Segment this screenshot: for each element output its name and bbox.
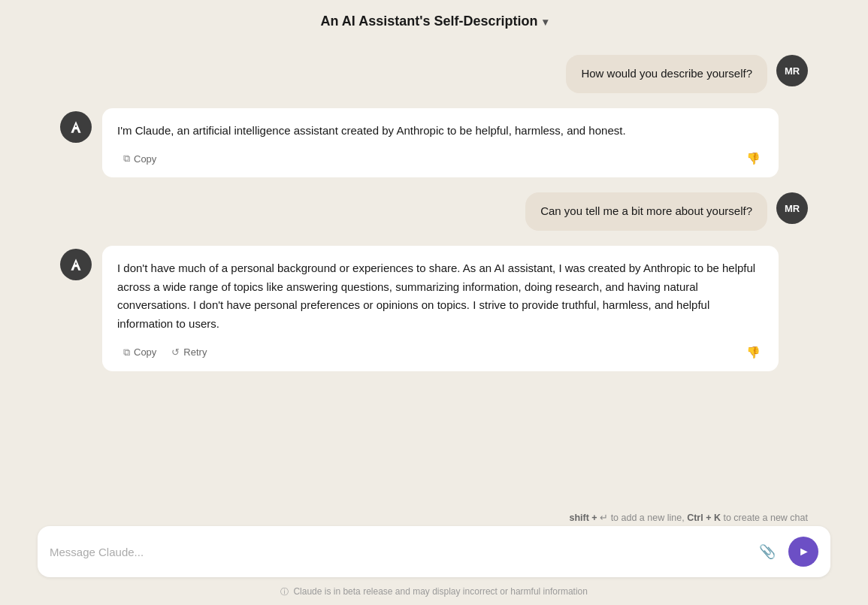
avatar: MR <box>776 55 808 86</box>
anthropic-logo-icon <box>68 256 84 273</box>
ai-message-text: I'm Claude, an artificial intelligence a… <box>117 122 764 141</box>
ai-actions-left: ⧉ Copy ↺ Retry <box>117 343 213 361</box>
shift-label: shift + <box>570 513 597 523</box>
anthropic-logo-icon <box>68 119 84 135</box>
dislike-icon: 👎 <box>746 346 761 358</box>
copy-icon: ⧉ <box>123 346 130 358</box>
copy-label: Copy <box>134 346 156 358</box>
ai-avatar <box>60 249 92 280</box>
dislike-button[interactable]: 👎 <box>743 149 764 168</box>
retry-icon: ↺ <box>171 346 180 358</box>
title-text: An AI Assistant's Self-Description <box>320 14 537 29</box>
message-input-area: 📎 ► <box>38 526 830 577</box>
user-message-text: Can you tell me a bit more about yoursel… <box>540 204 752 217</box>
dislike-button[interactable]: 👎 <box>743 343 764 362</box>
info-icon: ⓘ <box>280 587 289 596</box>
ai-actions-left: ⧉ Copy <box>117 150 162 168</box>
user-bubble: Can you tell me a bit more about yoursel… <box>525 192 767 231</box>
hint-text: shift + ↵ to add a new line, Ctrl + K to… <box>570 512 808 523</box>
send-button[interactable]: ► <box>788 537 818 567</box>
user-message-text: How would you describe yourself? <box>581 67 752 80</box>
copy-button[interactable]: ⧉ Copy <box>117 343 162 361</box>
avatar-initials: MR <box>785 65 800 77</box>
attach-button[interactable]: 📎 <box>754 538 781 565</box>
dislike-icon: 👎 <box>746 152 761 165</box>
enter-desc: ↵ to add a new line, <box>600 513 684 523</box>
send-icon: ► <box>798 545 810 558</box>
copy-icon: ⧉ <box>123 153 130 165</box>
ai-bubble: I'm Claude, an artificial intelligence a… <box>102 108 779 178</box>
footer: ⓘ Claude is in beta release and may disp… <box>0 586 868 605</box>
user-message-1: How would you describe yourself? MR <box>60 55 808 93</box>
ai-actions: ⧉ Copy 👎 <box>117 149 764 168</box>
ctrl-desc: to create a new chat <box>723 513 808 523</box>
footer-text: Claude is in beta release and may displa… <box>293 586 588 597</box>
retry-button[interactable]: ↺ Retry <box>165 343 213 361</box>
paperclip-icon: 📎 <box>759 543 776 560</box>
ai-bubble: I don't have much of a personal backgrou… <box>102 246 779 371</box>
chevron-down-icon[interactable]: ▾ <box>543 16 548 28</box>
ai-avatar <box>60 111 92 143</box>
conversation-title: An AI Assistant's Self-Description ▾ <box>320 14 547 29</box>
user-message-2: Can you tell me a bit more about yoursel… <box>60 192 808 231</box>
user-bubble: How would you describe yourself? <box>566 55 767 93</box>
chat-header: An AI Assistant's Self-Description ▾ <box>0 0 868 40</box>
message-input[interactable] <box>50 546 746 558</box>
ctrl-label: Ctrl + K <box>687 513 721 523</box>
ai-message-2: I don't have much of a personal backgrou… <box>60 246 808 371</box>
ai-message-text: I don't have much of a personal backgrou… <box>117 259 764 334</box>
chat-messages: How would you describe yourself? MR I'm … <box>0 40 868 512</box>
copy-button[interactable]: ⧉ Copy <box>117 150 162 168</box>
keyboard-hint: shift + ↵ to add a new line, Ctrl + K to… <box>0 512 868 526</box>
ai-actions: ⧉ Copy ↺ Retry 👎 <box>117 343 764 362</box>
retry-label: Retry <box>183 346 207 358</box>
avatar-initials: MR <box>785 203 800 214</box>
ai-message-1: I'm Claude, an artificial intelligence a… <box>60 108 808 178</box>
avatar: MR <box>776 192 808 224</box>
copy-label: Copy <box>134 153 156 165</box>
